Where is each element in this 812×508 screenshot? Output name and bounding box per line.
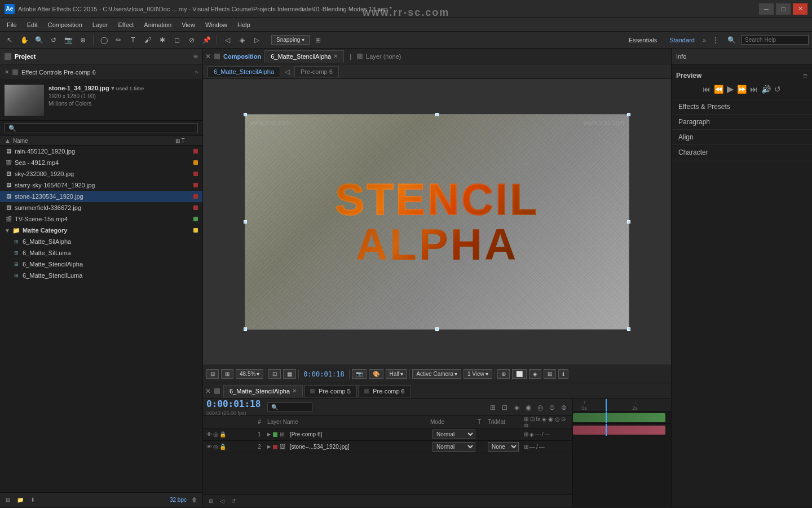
bit-depth-label[interactable]: 32 bpc [170, 497, 187, 503]
viewer-quality-btn[interactable]: Half ▾ [386, 369, 408, 379]
align-center[interactable]: ◈ [236, 34, 248, 46]
active-camera-btn[interactable]: Active Camera ▾ [412, 369, 461, 379]
layer-2-solo[interactable]: ◎ [213, 444, 218, 450]
tl-tab-close-icon[interactable]: ✕ [205, 387, 211, 395]
layer-1-lock[interactable]: 🔒 [219, 431, 226, 437]
loop-btn[interactable]: ↺ [774, 85, 781, 94]
folder-child-silalpha[interactable]: ⊞ 6_Matte_SilAlpha [0, 236, 202, 247]
search-help-input[interactable] [741, 35, 809, 45]
tl-icon-6[interactable]: ⊙ [547, 402, 557, 413]
pen-tool[interactable]: ✏ [112, 34, 125, 46]
timeline-search[interactable] [267, 402, 312, 412]
viewer-grid-btn[interactable]: ⊞ [221, 369, 233, 379]
pan-tool[interactable]: ⊕ [77, 34, 89, 46]
audio-btn[interactable]: 🔊 [761, 85, 771, 94]
layer-2-lock[interactable]: 🔒 [219, 444, 226, 450]
layer-1-eye[interactable]: 👁 [206, 431, 212, 437]
mask-tool[interactable]: ◯ [98, 34, 110, 46]
viewer-snapshot-btn[interactable]: 📷 [352, 369, 367, 379]
tl-tab-stencilalpha-close[interactable]: ✕ [292, 388, 297, 394]
forward-to-end-btn[interactable]: ⏭ [750, 85, 758, 94]
info-tab[interactable]: Info [676, 53, 686, 60]
step-back-btn[interactable]: ⏪ [714, 85, 723, 94]
viewer-alpha-btn[interactable]: ⬜ [512, 369, 527, 379]
viewer-overlay-btn[interactable]: ◈ [529, 369, 541, 379]
select-tool[interactable]: ↖ [3, 34, 16, 46]
menu-view[interactable]: View [177, 20, 200, 29]
project-search-input[interactable] [5, 123, 198, 133]
layer-2-mode[interactable]: Normal [433, 442, 475, 452]
character-item[interactable]: Character [672, 145, 812, 160]
file-item-starry[interactable]: 🖼 starry-sky-1654074_1920.jpg [0, 179, 202, 191]
file-item-stone[interactable]: 🖼 stone-1230534_1920.jpg [0, 191, 202, 202]
tl-icon-3[interactable]: ◈ [511, 402, 522, 413]
close-button[interactable]: ✕ [793, 3, 807, 15]
file-item-sky[interactable]: 🖼 sky-232000_1920.jpg [0, 168, 202, 179]
tl-tab-precomp6[interactable]: Pre-comp 6 [358, 385, 411, 397]
layer-1-effect-icon[interactable]: ◈ [529, 431, 534, 437]
playhead[interactable] [606, 399, 607, 411]
menu-edit[interactable]: Edit [23, 20, 42, 29]
search-icon[interactable]: 🔍 [725, 34, 738, 46]
tl-icon-7[interactable]: ⊚ [559, 402, 569, 413]
new-folder-button[interactable]: 📁 [16, 496, 25, 505]
tl-loop-btn[interactable]: ↺ [229, 497, 238, 506]
tl-solo-btn[interactable]: ◁ [218, 497, 227, 506]
workspace-standard[interactable]: Standard [665, 36, 699, 45]
menu-effect[interactable]: Effect [113, 20, 138, 29]
puppet-tool[interactable]: 📌 [200, 34, 213, 46]
viewer-grid2-btn[interactable]: ⊞ [544, 369, 556, 379]
rewind-to-start-btn[interactable]: ⏮ [703, 85, 710, 94]
new-composition-button[interactable]: ⊞ [3, 496, 12, 505]
layer-2-trkmatte[interactable]: None [488, 442, 519, 452]
menu-window[interactable]: Window [201, 20, 232, 29]
tl-icon-5[interactable]: ◎ [535, 402, 545, 413]
delete-button[interactable]: 🗑 [190, 496, 199, 505]
panel-menu-button[interactable]: ≡ [193, 52, 198, 61]
folder-child-stencilalpha[interactable]: ⊞ 6_Matte_StencilAlpha [0, 259, 202, 270]
align-right[interactable]: ▷ [250, 34, 263, 46]
tl-icon-4[interactable]: ◉ [523, 402, 533, 413]
folder-child-stencilluma[interactable]: ⊞ 6_Matte_StencilLuma [0, 270, 202, 281]
menu-animation[interactable]: Animation [139, 20, 176, 29]
viewer-info-btn[interactable]: ℹ [558, 369, 568, 379]
zoom-tool[interactable]: 🔍 [33, 34, 45, 46]
views-btn[interactable]: 1 View ▾ [464, 369, 492, 379]
rotate-tool[interactable]: ↺ [47, 34, 60, 46]
brush-tool[interactable]: 🖌 [142, 34, 154, 46]
layer-2-eye[interactable]: 👁 [206, 444, 212, 450]
menu-help[interactable]: Help [233, 20, 255, 29]
minimize-button[interactable]: ─ [759, 3, 774, 15]
sort-name-icon[interactable]: ▲ [5, 137, 11, 144]
folder-child-silluma[interactable]: ⊞ 6_Matte_SilLuma [0, 247, 202, 259]
viewer-color-btn[interactable]: 🎨 [369, 369, 383, 379]
effect-controls-menu[interactable]: » [195, 69, 198, 75]
tl-icon-1[interactable]: ⊞ [488, 402, 498, 413]
sub-tab-precomp6[interactable]: Pre-comp 6 [294, 66, 339, 77]
camera-tool[interactable]: 📷 [62, 34, 74, 46]
align-left[interactable]: ◁ [221, 34, 233, 46]
layer-1-mode[interactable]: Normal [433, 430, 475, 439]
file-item-rain[interactable]: 🖼 rain-455120_1920.jpg [0, 146, 202, 157]
maximize-button[interactable]: □ [776, 3, 791, 15]
comp-tab-close-icon[interactable]: ✕ [205, 52, 211, 60]
viewer-region-btn[interactable]: ⊟ [206, 369, 219, 379]
effects-presets-item[interactable]: Effects & Presets [672, 99, 812, 115]
file-item-sea[interactable]: 🎬 Sea - 4912.mp4 [0, 157, 202, 168]
folder-matte-category[interactable]: ▼ 📁 Matte Category [0, 225, 202, 236]
tl-icon-2[interactable]: ⊡ [500, 402, 510, 413]
snap-toggle[interactable]: ⊞ [312, 34, 324, 46]
project-tab[interactable]: Project [15, 53, 36, 60]
layer-1-fx-icon[interactable]: ⊞ [524, 431, 528, 437]
tl-new-layer-btn[interactable]: ⊞ [206, 497, 215, 506]
layer-2-expand[interactable]: ▶ [267, 444, 271, 449]
import-button[interactable]: ⬇ [28, 496, 37, 505]
align-item[interactable]: Align [672, 130, 812, 145]
comp-tab-stencilalpha-close[interactable]: ✕ [333, 53, 338, 59]
paragraph-item[interactable]: Paragraph [672, 115, 812, 130]
layer-1-expand[interactable]: ▶ [267, 432, 271, 437]
menu-composition[interactable]: Composition [43, 20, 87, 29]
roto-tool[interactable]: ⊘ [186, 34, 198, 46]
menu-layer[interactable]: Layer [88, 20, 113, 29]
workspace-chevron[interactable]: » [703, 37, 706, 43]
